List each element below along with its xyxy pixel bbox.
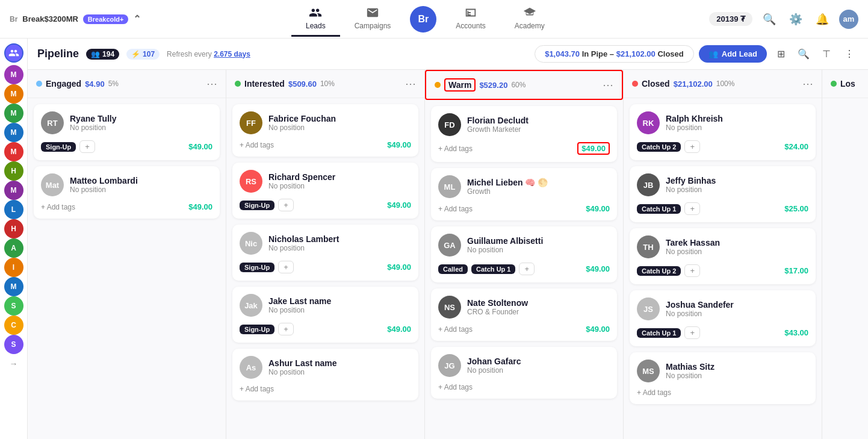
card-tag: Sign-Up <box>41 142 76 152</box>
sidebar-avatar-4[interactable]: M <box>4 123 23 142</box>
col-body-lost <box>822 98 868 439</box>
sidebar-expand-arrow[interactable]: → <box>10 359 18 369</box>
card-position: Growth Marketer <box>467 125 529 134</box>
sidebar-avatar-14[interactable]: C <box>4 316 23 335</box>
sidebar-avatar-6[interactable]: H <box>4 161 23 181</box>
add-tag-button[interactable]: + <box>278 199 294 211</box>
nav-item-academy[interactable]: Academy <box>500 1 559 37</box>
refresh-link[interactable]: 2.675 days <box>214 50 250 58</box>
card-position: No position <box>268 244 339 252</box>
card-top: FFFabrice FouchanNo position <box>240 111 411 134</box>
pipeline-more-button[interactable]: ⋮ <box>840 45 858 63</box>
sidebar-avatar-13[interactable]: S <box>4 296 23 316</box>
add-tag-button[interactable]: + Add tags <box>438 145 473 153</box>
search-button[interactable]: 🔍 <box>760 10 779 29</box>
pipeline-filter-button[interactable]: ⊤ <box>817 45 835 63</box>
sidebar-avatar-3[interactable]: M <box>4 104 23 123</box>
deal-value: $49.00 <box>586 204 610 213</box>
card-warm-0[interactable]: FDFlorian DecludtGrowth Marketer+ Add ta… <box>431 106 617 162</box>
card-interested-3[interactable]: JakJake Last nameNo positionSign-Up+$49.… <box>232 287 418 343</box>
pipe-amount: $1,043.70 <box>545 49 580 58</box>
col-amount-interested: $509.60 <box>288 79 317 89</box>
card-closed-0[interactable]: RKRalph KhreishNo positionCatch Up 2+$24… <box>630 104 816 160</box>
card-position: No position <box>666 372 715 380</box>
col-title-warm: Warm <box>444 78 476 92</box>
add-tag-button[interactable]: + <box>684 264 700 277</box>
nav-item-leads[interactable]: Leads <box>291 1 340 37</box>
card-interested-0[interactable]: FFFabrice FouchanNo position+ Add tags$4… <box>232 104 418 157</box>
add-tag-button[interactable]: + <box>519 263 535 275</box>
card-bottom: + Add tags$49.00 <box>438 204 610 213</box>
card-interested-4[interactable]: AsAshur Last nameNo position+ Add tags <box>232 349 418 400</box>
card-closed-1[interactable]: JBJeffy BinhasNo positionCatch Up 1+$25.… <box>630 166 816 222</box>
add-tag-button[interactable]: + Add tags <box>637 388 671 397</box>
sidebar-avatar-11[interactable]: I <box>4 258 23 277</box>
sidebar-avatar-2[interactable]: M <box>4 84 23 104</box>
card-closed-3[interactable]: JSJoshua SandeferNo positionCatch Up 1+$… <box>630 290 816 346</box>
add-tag-button[interactable]: + Add tags <box>438 205 473 213</box>
add-tag-button[interactable]: + <box>684 202 700 215</box>
sidebar-avatar-9[interactable]: H <box>4 219 23 238</box>
add-tag-button[interactable]: + <box>278 323 294 335</box>
col-more-engaged[interactable]: ⋯ <box>206 77 217 90</box>
card-warm-2[interactable]: GAGuillaume AlbisettiNo positionCalledCa… <box>431 226 617 282</box>
col-more-interested[interactable]: ⋯ <box>405 77 416 90</box>
add-tag-button[interactable]: + Add tags <box>41 203 75 211</box>
card-closed-2[interactable]: THTarek HassanNo positionCatch Up 2+$17.… <box>630 228 816 284</box>
card-closed-4[interactable]: MSMathias SitzNo position+ Add tags <box>630 352 816 404</box>
kanban-col-interested: Interested$509.6010%⋯FFFabrice FouchanNo… <box>226 70 425 439</box>
sidebar-avatar-5[interactable]: M <box>4 142 23 161</box>
card-avatar: MS <box>637 360 660 382</box>
card-name: Johan Gafarc <box>467 356 521 366</box>
nav-logo[interactable]: Br <box>410 6 436 33</box>
card-tag: Catch Up 1 <box>471 264 515 274</box>
grid-view-button[interactable]: ⊞ <box>772 45 790 63</box>
add-tag-button[interactable]: + <box>278 261 294 273</box>
card-warm-1[interactable]: MLMichel Lieben 🧠 🌕Growth+ Add tags$49.0… <box>431 168 617 220</box>
sidebar-avatar-0[interactable] <box>4 43 23 63</box>
notifications-button[interactable]: 🔔 <box>813 10 832 29</box>
col-pct-engaged: 5% <box>108 79 119 88</box>
add-tag-button[interactable]: + Add tags <box>438 383 473 391</box>
sidebar-avatar-12[interactable]: M <box>4 277 23 296</box>
card-avatar: Jak <box>240 294 262 317</box>
add-tag-button[interactable]: + Add tags <box>240 141 274 149</box>
card-top: THTarek HassanNo position <box>637 235 808 258</box>
card-warm-4[interactable]: JGJohan GafarcNo position+ Add tags <box>431 347 617 399</box>
brand-chevron-icon[interactable]: ⌃ <box>133 13 141 25</box>
sidebar-avatar-10[interactable]: A <box>4 238 23 258</box>
add-lead-button[interactable]: 👥 Add Lead <box>699 45 767 63</box>
col-more-closed[interactable]: ⋯ <box>802 77 813 90</box>
sidebar-avatar-8[interactable]: L <box>4 200 23 219</box>
sidebar-avatar-7[interactable]: M <box>4 181 23 200</box>
sidebar-avatar-15[interactable]: S <box>4 335 23 354</box>
card-bottom: Sign-Up+$49.00 <box>240 323 411 335</box>
card-bottom: + Add tags$49.00 <box>438 142 610 155</box>
add-tag-button[interactable]: + <box>79 140 95 153</box>
user-avatar[interactable]: am <box>839 10 858 29</box>
nav-item-accounts[interactable]: Accounts <box>441 1 500 37</box>
card-interested-1[interactable]: RSRichard SpencerNo positionSign-Up+$49.… <box>232 163 418 219</box>
card-interested-2[interactable]: NicNicholas LambertNo positionSign-Up+$4… <box>232 225 418 281</box>
col-more-warm[interactable]: ⋯ <box>603 78 613 92</box>
card-tag: Catch Up 2 <box>637 142 681 152</box>
card-tag: Catch Up 1 <box>637 204 681 214</box>
card-engaged-0[interactable]: RTRyane TullyNo positionSign-Up+$49.00 <box>34 104 220 160</box>
card-bottom: + Add tags <box>438 383 610 391</box>
col-pct-interested: 10% <box>320 79 335 88</box>
add-tag-button[interactable]: + Add tags <box>438 325 473 334</box>
card-top: NSNate StoltenowCRO & Founder <box>438 296 610 319</box>
settings-button[interactable]: ⚙️ <box>786 10 805 29</box>
add-tag-button[interactable]: + <box>684 140 700 153</box>
pipeline-search-button[interactable]: 🔍 <box>795 45 813 63</box>
kanban-col-engaged: Engaged$4.905%⋯RTRyane TullyNo positionS… <box>28 70 226 439</box>
add-tag-button[interactable]: + <box>684 326 700 339</box>
add-tag-button[interactable]: + Add tags <box>240 385 274 393</box>
card-engaged-1[interactable]: MatMatteo LombardiNo position+ Add tags$… <box>34 166 220 219</box>
nav-item-campaigns[interactable]: Campaigns <box>340 1 406 37</box>
card-warm-3[interactable]: NSNate StoltenowCRO & Founder+ Add tags$… <box>431 288 617 341</box>
nav-leads-label: Leads <box>306 22 326 30</box>
pipeline-count1-value: 194 <box>102 50 114 58</box>
sidebar-avatar-1[interactable]: M <box>4 65 23 84</box>
brand-badge[interactable]: Breakcold+ <box>83 14 129 24</box>
